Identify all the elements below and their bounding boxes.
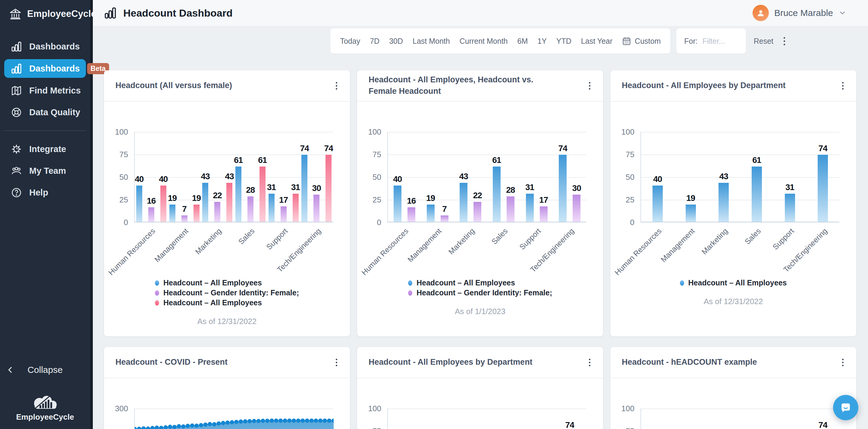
filter-input[interactable] xyxy=(703,37,738,46)
bar-chart-icon xyxy=(11,41,22,52)
chart-menu-button[interactable] xyxy=(587,80,593,92)
bar-group-human-resources: 4016 xyxy=(388,132,421,222)
sidebar-item-integrate[interactable]: Integrate xyxy=(0,140,90,159)
bar-blue[interactable]: 40 xyxy=(652,185,663,222)
bar-purple[interactable]: 22 xyxy=(214,202,220,222)
bar-blue[interactable]: 61 xyxy=(493,167,501,222)
chart-card-2-headcount-all-employees-headcount-vs-fem: Headcount - All Employees, Headcount vs.… xyxy=(357,70,603,336)
legend-label: Headcount – All Employees xyxy=(163,298,262,307)
legend-item: Headcount – Gender Identity: Female; xyxy=(408,288,552,297)
range-option-7d[interactable]: 7D xyxy=(370,37,379,46)
collapse-sidebar-button[interactable]: Collapse xyxy=(0,361,90,379)
range-option-last-year[interactable]: Last Year xyxy=(581,37,613,46)
reset-button[interactable]: Reset xyxy=(754,37,773,46)
bar-purple[interactable]: 30 xyxy=(572,195,581,222)
bar-pink[interactable]: 40 xyxy=(160,185,166,222)
bar-blue[interactable]: 40 xyxy=(136,185,142,222)
chart-menu-button[interactable] xyxy=(587,356,593,369)
bar-blue[interactable]: 19 xyxy=(427,204,435,222)
bar-pink[interactable]: 74 xyxy=(326,155,332,222)
bar-value-label: 74 xyxy=(818,144,827,153)
user-menu[interactable]: Bruce Marable xyxy=(752,5,846,21)
range-option-today[interactable]: Today xyxy=(340,37,360,46)
range-option-6m[interactable]: 6M xyxy=(518,37,528,46)
chart-title: Headcount - hEADCOUNT example xyxy=(622,356,757,368)
chart-menu-button[interactable] xyxy=(333,356,340,369)
area-line-series[interactable] xyxy=(135,408,334,429)
range-option-30d[interactable]: 30D xyxy=(389,37,403,46)
filter-menu-button[interactable] xyxy=(782,35,787,47)
chart-area: 0255075100401943613174Human ResourcesMan… xyxy=(610,378,856,429)
sidebar-item-find-metrics[interactable]: Find Metrics xyxy=(0,81,90,100)
legend-item: Headcount – All Employees xyxy=(408,279,552,287)
bar-group-marketing: 432243 xyxy=(201,132,234,222)
bar-blue[interactable]: 43 xyxy=(718,183,729,222)
as-of-date: As of 12/31/2022 xyxy=(104,317,350,326)
chart-card-5-headcount-all-employees-by-department: Headcount - All Employees by Department0… xyxy=(357,347,603,429)
bar-purple[interactable]: 28 xyxy=(247,196,253,222)
sidebar-item-dashboards-beta[interactable]: DashboardsBeta xyxy=(4,59,86,78)
bar-blue[interactable]: 74 xyxy=(818,155,828,222)
bar-purple[interactable]: 7 xyxy=(181,216,187,222)
bar-blue[interactable]: 43 xyxy=(202,183,208,222)
bar-purple[interactable]: 7 xyxy=(441,216,448,222)
bar-purple[interactable]: 16 xyxy=(148,207,154,222)
life-ring-icon xyxy=(11,107,22,118)
bar-blue[interactable]: 40 xyxy=(394,185,401,222)
x-axis-label: Human Resources xyxy=(107,227,157,277)
bar-value-label: 31 xyxy=(291,182,300,192)
bar-group-human-resources: 401640 xyxy=(135,132,168,222)
bar-blue[interactable]: 61 xyxy=(752,167,762,222)
bar-blue[interactable]: 19 xyxy=(686,204,696,222)
bar-blue[interactable]: 31 xyxy=(526,194,534,222)
bar-blue[interactable]: 74 xyxy=(301,155,307,222)
chart-card-4-headcount-covid-present: Headcount - COVID - Present300 xyxy=(104,347,350,429)
page-title-group: Headcount Dashboard xyxy=(104,7,233,19)
range-option-ytd[interactable]: YTD xyxy=(556,37,571,46)
workspace-switcher[interactable]: EmployeeCycle xyxy=(0,0,90,28)
bar-purple[interactable]: 22 xyxy=(473,202,481,222)
x-axis-label: Support xyxy=(265,227,289,251)
y-axis-tick: 100 xyxy=(621,127,634,137)
sidebar-item-dashboards[interactable]: Dashboards xyxy=(0,37,90,56)
bar-blue[interactable]: 31 xyxy=(269,194,275,222)
chart-legend: Headcount – All Employees xyxy=(680,279,787,287)
bar-blue[interactable]: 31 xyxy=(785,194,795,222)
chart-card-header: Headcount - hEADCOUNT example xyxy=(610,347,856,378)
range-option-current-month[interactable]: Current Month xyxy=(460,37,508,46)
bar-pink[interactable]: 19 xyxy=(193,204,199,222)
bar-blue[interactable]: 74 xyxy=(559,155,567,222)
bar-blue[interactable]: 61 xyxy=(236,167,241,222)
range-option-1y[interactable]: 1Y xyxy=(537,37,547,46)
bar-pink[interactable]: 61 xyxy=(259,167,266,222)
bar-value-label: 19 xyxy=(192,193,201,203)
bar-group-management: 19 xyxy=(674,408,707,429)
bar-blue[interactable]: 19 xyxy=(169,204,176,222)
bar-pink[interactable]: 43 xyxy=(226,183,232,222)
bar-value-label: 16 xyxy=(407,196,415,206)
bar-group-tech-engineering: 74 xyxy=(806,132,839,222)
bar-purple[interactable]: 17 xyxy=(281,206,287,222)
range-option-last-month[interactable]: Last Month xyxy=(412,37,450,46)
bar-purple[interactable]: 16 xyxy=(407,207,415,222)
chat-launcher-button[interactable] xyxy=(833,395,858,420)
chart-menu-button[interactable] xyxy=(333,80,340,92)
bar-group-human-resources: 40 xyxy=(388,408,421,429)
bar-purple[interactable]: 17 xyxy=(540,206,548,222)
chart-menu-button[interactable] xyxy=(840,80,846,92)
chart-card-1-headcount-all-versus-female: Headcount (All versus female)02550751004… xyxy=(104,70,350,336)
bar-pink[interactable]: 31 xyxy=(293,194,299,222)
chart-menu-button[interactable] xyxy=(840,356,846,369)
sidebar-item-my-team[interactable]: My Team xyxy=(0,162,90,180)
sidebar-divider xyxy=(4,130,87,131)
cloud-logo-icon xyxy=(29,392,62,413)
bar-purple[interactable]: 28 xyxy=(507,196,515,222)
chart-area: 0255075100401640197194322436128613117317… xyxy=(104,102,350,326)
bar-purple[interactable]: 30 xyxy=(313,195,319,222)
sidebar-item-data-quality[interactable]: Data Quality xyxy=(0,103,90,121)
sidebar-item-help[interactable]: Help xyxy=(0,183,90,202)
bar-group-marketing: 43 xyxy=(707,132,740,222)
custom-range-button[interactable]: Custom xyxy=(622,36,661,46)
bar-blue[interactable]: 43 xyxy=(460,183,467,222)
y-axis-labels: 0255075100 xyxy=(610,132,641,222)
